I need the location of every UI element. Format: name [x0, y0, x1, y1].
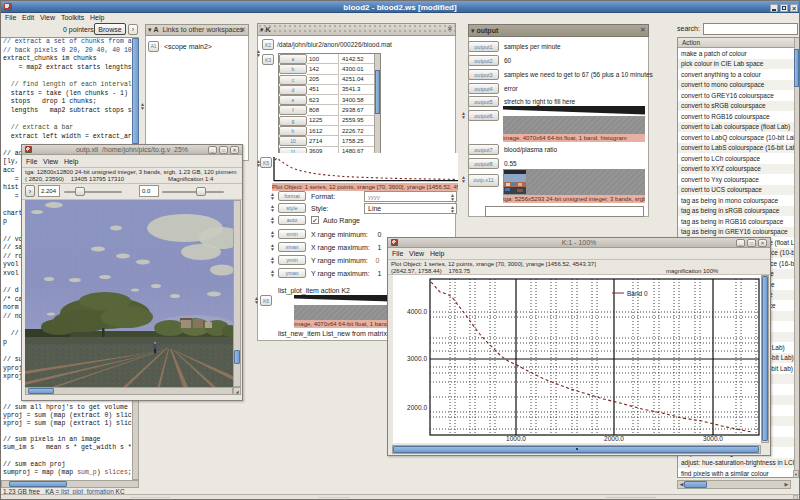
svg-text:1000.0: 1000.0 [506, 435, 526, 442]
svg-text:3000.0: 3000.0 [407, 355, 427, 362]
svg-text:4000.0: 4000.0 [407, 308, 427, 315]
svg-text:2000.0: 2000.0 [407, 404, 427, 411]
svg-text:2000.0: 2000.0 [604, 435, 624, 442]
svg-text:3000.0: 3000.0 [703, 435, 723, 442]
svg-text:Band 0: Band 0 [627, 290, 648, 297]
